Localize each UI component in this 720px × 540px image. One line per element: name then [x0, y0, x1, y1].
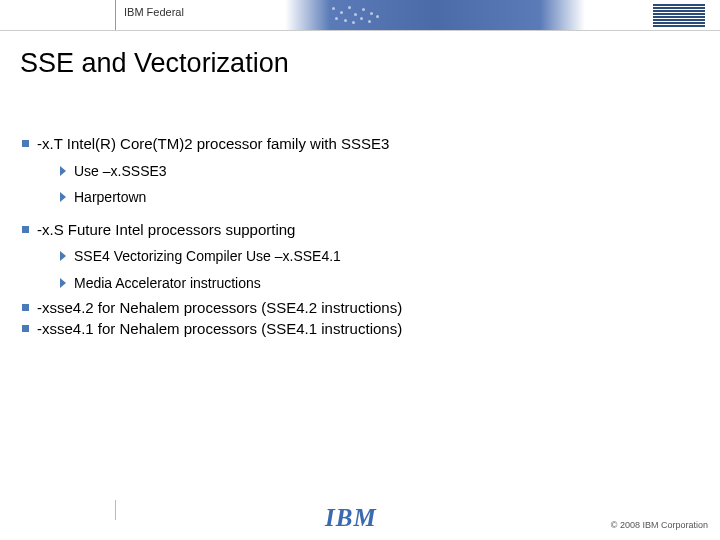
copyright-text: © 2008 IBM Corporation	[611, 520, 708, 530]
ibm-logo-icon	[653, 4, 705, 32]
sub-bullet-item: Harpertown	[60, 188, 692, 206]
slide-title: SSE and Vectorization	[20, 48, 289, 79]
arrow-bullet-icon	[60, 166, 66, 176]
sub-bullet-item: Media Accelerator instructions	[60, 274, 692, 292]
square-bullet-icon	[22, 325, 29, 332]
header-divider	[115, 0, 116, 30]
footer: IBM © 2008 IBM Corporation	[0, 500, 720, 540]
arrow-bullet-icon	[60, 251, 66, 261]
sub-bullet-text: Use –x.SSSE3	[74, 162, 167, 180]
sub-bullet-text: SSE4 Vectorizing Compiler Use –x.SSE4.1	[74, 247, 341, 265]
footer-divider	[115, 500, 116, 520]
bullet-text: -x.S Future Intel processors supporting	[37, 220, 295, 240]
bullet-text: -xsse4.2 for Nehalem processors (SSE4.2 …	[37, 298, 402, 318]
square-bullet-icon	[22, 226, 29, 233]
header-label: IBM Federal	[124, 6, 184, 18]
bullet-text: -x.T Intel(R) Core(TM)2 processor family…	[37, 134, 389, 154]
bullet-item: -xsse4.2 for Nehalem processors (SSE4.2 …	[22, 298, 692, 318]
sub-bullet-text: Harpertown	[74, 188, 146, 206]
arrow-bullet-icon	[60, 278, 66, 288]
square-bullet-icon	[22, 304, 29, 311]
arrow-bullet-icon	[60, 192, 66, 202]
bullet-item: -x.S Future Intel processors supporting	[22, 220, 692, 240]
bullet-item: -x.T Intel(R) Core(TM)2 processor family…	[22, 134, 692, 154]
sub-bullet-item: SSE4 Vectorizing Compiler Use –x.SSE4.1	[60, 247, 692, 265]
bullet-text: -xsse4.1 for Nehalem processors (SSE4.1 …	[37, 319, 402, 339]
header-dots	[330, 5, 390, 25]
sub-bullet-text: Media Accelerator instructions	[74, 274, 261, 292]
ibm-footer-logo: IBM	[325, 504, 377, 532]
slide-content: -x.T Intel(R) Core(TM)2 processor family…	[22, 134, 692, 341]
header-underline	[0, 30, 720, 31]
sub-bullet-item: Use –x.SSSE3	[60, 162, 692, 180]
bullet-item: -xsse4.1 for Nehalem processors (SSE4.1 …	[22, 319, 692, 339]
header: IBM Federal	[0, 0, 720, 30]
square-bullet-icon	[22, 140, 29, 147]
